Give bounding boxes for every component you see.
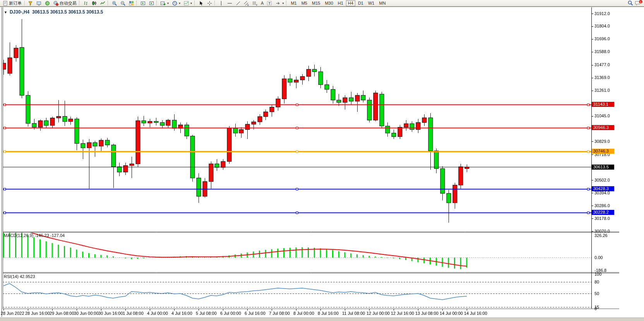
price-axis-tick: 30829.0 xyxy=(594,139,610,144)
price-axis-tick: 30502.0 xyxy=(594,178,610,182)
toolbar-grip xyxy=(214,1,216,5)
timeframe-button-m5[interactable]: M5 xyxy=(300,0,309,6)
time-axis-label: 30 Jun 16:00 xyxy=(98,311,123,316)
trendline-icon xyxy=(235,1,241,6)
auto-trading-icon xyxy=(53,1,58,6)
toolbar-grip xyxy=(156,1,158,5)
cascade-windows-button[interactable] xyxy=(147,0,156,6)
timeframe-button-w1[interactable]: W1 xyxy=(366,0,377,6)
expert-advisors-icon xyxy=(36,1,41,6)
chevron-down-icon: ▾ xyxy=(282,2,284,5)
fibonacci-button[interactable]: F xyxy=(251,0,259,6)
crosshair-icon xyxy=(207,1,212,6)
timeframe-button-h1[interactable]: H1 xyxy=(336,0,345,6)
time-axis-label: 4 Jul 00:00 xyxy=(147,311,168,316)
period-button[interactable]: ▾ xyxy=(170,0,182,6)
trading-terminal-window: 新订单 自动交易 ▾ ▾ ▾ E F A T ▾ xyxy=(0,0,644,321)
tile-windows-button[interactable] xyxy=(127,0,135,6)
timeframe-button-m30[interactable]: M30 xyxy=(323,0,335,6)
rsi-axis-tick: 80 xyxy=(594,280,599,284)
chat-button[interactable]: 1 xyxy=(635,0,642,6)
timeframe-button-m1[interactable]: M1 xyxy=(289,0,298,6)
price-axis-tick: 31912.0 xyxy=(594,11,610,16)
text-label-icon: T xyxy=(267,1,272,6)
chevron-down-icon: ▾ xyxy=(190,2,192,5)
timeframe-button-mn[interactable]: MN xyxy=(377,0,387,6)
time-axis-label: 14 Jul 00:00 xyxy=(440,311,463,316)
tile-windows-icon xyxy=(128,1,134,6)
price-axis-tick: 31477.0 xyxy=(594,62,610,67)
timeframe-button-h4[interactable]: H4 xyxy=(346,0,355,6)
bar-chart-button[interactable] xyxy=(81,0,90,6)
cursor-icon xyxy=(198,1,204,6)
price-line-badge: 30746.3 xyxy=(592,149,614,154)
arrows-button[interactable]: ▾ xyxy=(274,0,285,6)
zoom-out-icon xyxy=(120,1,125,6)
toolbar-grip xyxy=(286,1,288,5)
price-axis-tick: 31696.0 xyxy=(594,36,610,41)
trendline-button[interactable] xyxy=(234,0,242,6)
macd-indicator-label: MACD(12,26,9) -146.23 -127.04 xyxy=(4,233,65,238)
expert-advisors-button[interactable] xyxy=(34,0,43,6)
vertical-line-button[interactable] xyxy=(217,0,225,6)
line-chart-icon xyxy=(100,1,105,6)
collapse-triangle-icon[interactable]: ▼ xyxy=(4,10,7,14)
cascade-windows-icon xyxy=(149,1,154,6)
equidistant-channel-button[interactable]: E xyxy=(242,0,251,6)
price-axis-tick: 31588.0 xyxy=(594,49,610,54)
timeframe-button-d1[interactable]: D1 xyxy=(356,0,365,6)
auto-arrange-button[interactable] xyxy=(139,0,147,6)
history-center-button[interactable] xyxy=(26,0,34,6)
auto-trading-label: 自动交易 xyxy=(60,0,77,6)
horizontal-line-button[interactable] xyxy=(225,0,234,6)
macd-axis-tick: 0.00 xyxy=(594,255,603,260)
price-line-badge: 31143.1 xyxy=(592,102,614,107)
time-axis-label: 30 Jun 00:00 xyxy=(74,311,99,316)
rsi-indicator-label: RSI(14) 42.9523 xyxy=(4,274,35,279)
text-button[interactable]: A xyxy=(259,0,265,6)
toolbar: 新订单 自动交易 ▾ ▾ ▾ E F A T ▾ xyxy=(0,0,644,7)
indicators-button[interactable]: ▾ xyxy=(182,0,194,6)
price-line-badge: 30946.3 xyxy=(592,125,614,130)
new-order-button[interactable]: 新订单 xyxy=(1,0,23,6)
toolbar-grip xyxy=(136,1,138,5)
arrow-shapes-icon xyxy=(275,1,281,6)
time-axis-label: 13 Jul 08:00 xyxy=(415,311,438,316)
time-axis-label: 6 Jul 16:00 xyxy=(245,311,265,316)
time-axis-label: 7 Jul 08:00 xyxy=(269,311,290,316)
timeframe-button-m15[interactable]: M15 xyxy=(310,0,322,6)
line-chart-button[interactable] xyxy=(98,0,107,6)
zoom-in-icon xyxy=(111,1,117,6)
rsi-axis-tick: 100 xyxy=(594,272,601,276)
search-icon[interactable] xyxy=(628,1,633,6)
candlestick-icon xyxy=(91,1,97,6)
time-axis-label: 8 Jul 00:00 xyxy=(293,311,314,316)
time-axis-label: 1 Jul 08:00 xyxy=(123,311,144,316)
candlestick-chart[interactable] xyxy=(0,0,644,321)
price-axis-tick: 31804.0 xyxy=(594,24,610,28)
price-axis-tick: 30286.0 xyxy=(594,203,610,208)
zoom-in-button[interactable] xyxy=(110,0,118,6)
equidistant-channel-icon: E xyxy=(244,1,249,6)
price-line-badge: 30613.5 xyxy=(592,165,614,170)
candlestick-chart-button[interactable] xyxy=(90,0,98,6)
new-chart-button[interactable]: ▾ xyxy=(159,0,170,6)
crosshair-button[interactable] xyxy=(205,0,214,6)
time-axis-label: 11 Jul 08:00 xyxy=(342,311,365,316)
zoom-out-button[interactable] xyxy=(118,0,127,6)
funnel-icon xyxy=(27,1,33,6)
fibonacci-icon: F xyxy=(252,1,258,6)
svg-text:T: T xyxy=(269,2,271,5)
toolbar-grip xyxy=(194,1,196,5)
chat-badge: 1 xyxy=(639,0,643,4)
text-label-button[interactable]: T xyxy=(265,0,274,6)
cursor-button[interactable] xyxy=(197,0,205,6)
bar-chart-icon xyxy=(83,1,88,6)
svg-text:F: F xyxy=(256,3,258,6)
signal-button[interactable] xyxy=(43,0,51,6)
auto-trading-button[interactable]: 自动交易 xyxy=(51,0,78,6)
price-axis-tick: 30178.0 xyxy=(594,216,610,221)
time-axis-label: 4 Jul 16:00 xyxy=(171,311,192,316)
chevron-down-icon: ▾ xyxy=(167,2,169,5)
time-axis-label: 5 Jul 08:00 xyxy=(196,311,217,316)
